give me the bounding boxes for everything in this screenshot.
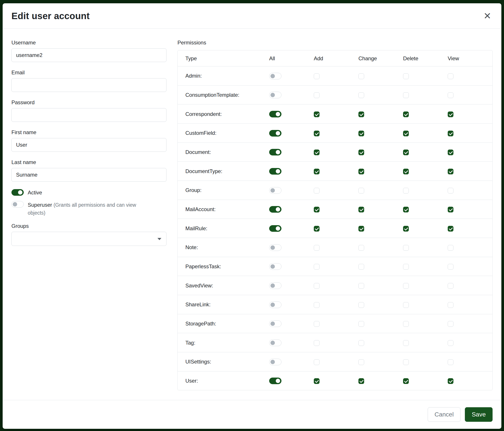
permission-all-toggle[interactable] — [269, 206, 281, 213]
permission-view-checkbox[interactable] — [448, 207, 453, 212]
active-toggle[interactable] — [11, 189, 24, 196]
permission-delete-checkbox[interactable] — [403, 111, 409, 117]
permission-all-toggle[interactable] — [269, 340, 281, 346]
permission-delete-checkbox[interactable] — [403, 302, 409, 308]
permission-add-checkbox[interactable] — [314, 283, 320, 289]
permission-change-checkbox[interactable] — [359, 245, 364, 251]
permission-change-checkbox[interactable] — [359, 340, 364, 346]
permission-view-checkbox[interactable] — [448, 340, 453, 346]
permission-delete-checkbox[interactable] — [403, 92, 409, 98]
cancel-button[interactable]: Cancel — [428, 407, 460, 422]
permission-view-checkbox[interactable] — [448, 321, 453, 327]
permission-all-toggle[interactable] — [269, 244, 281, 251]
permission-delete-checkbox[interactable] — [403, 359, 409, 365]
permission-all-toggle[interactable] — [269, 168, 281, 175]
permission-view-checkbox[interactable] — [448, 359, 453, 365]
permission-all-toggle[interactable] — [269, 130, 281, 136]
permission-view-checkbox[interactable] — [448, 131, 453, 136]
permission-change-checkbox[interactable] — [359, 378, 364, 384]
permission-add-checkbox[interactable] — [314, 226, 320, 232]
permission-add-checkbox[interactable] — [314, 73, 320, 79]
permission-add-checkbox[interactable] — [314, 302, 320, 308]
permission-change-checkbox[interactable] — [359, 92, 364, 98]
permission-delete-checkbox[interactable] — [403, 169, 409, 174]
permission-all-toggle[interactable] — [269, 263, 281, 270]
permission-change-checkbox[interactable] — [359, 283, 364, 289]
permission-delete-checkbox[interactable] — [403, 188, 409, 194]
permission-change-checkbox[interactable] — [359, 321, 364, 327]
permission-view-checkbox[interactable] — [448, 245, 453, 251]
permission-add-checkbox[interactable] — [314, 92, 320, 98]
permission-view-checkbox[interactable] — [448, 188, 453, 194]
permission-view-checkbox[interactable] — [448, 302, 453, 308]
email-input[interactable] — [11, 78, 166, 92]
username-input[interactable] — [11, 48, 166, 62]
permission-add-checkbox[interactable] — [314, 169, 320, 174]
permission-change-checkbox[interactable] — [359, 264, 364, 269]
permission-delete-checkbox[interactable] — [403, 73, 409, 79]
permission-change-checkbox[interactable] — [359, 207, 364, 212]
permission-add-checkbox[interactable] — [314, 111, 320, 117]
permission-add-checkbox[interactable] — [314, 150, 320, 155]
groups-select[interactable] — [11, 232, 166, 246]
permission-change-checkbox[interactable] — [359, 169, 364, 174]
permission-delete-checkbox[interactable] — [403, 226, 409, 232]
superuser-toggle[interactable] — [11, 201, 24, 207]
permission-all-toggle[interactable] — [269, 359, 281, 365]
password-input[interactable] — [11, 108, 166, 122]
permission-delete-checkbox[interactable] — [403, 245, 409, 251]
permission-delete-checkbox[interactable] — [403, 131, 409, 136]
close-button[interactable]: ✕ — [484, 11, 491, 21]
permission-row: MailAccount: — [178, 200, 492, 219]
user-form: Username Email Password First name Last … — [11, 40, 166, 395]
permission-add-checkbox[interactable] — [314, 245, 320, 251]
permission-all-toggle[interactable] — [269, 320, 281, 327]
permission-add-checkbox[interactable] — [314, 321, 320, 327]
permission-delete-checkbox[interactable] — [403, 207, 409, 212]
permission-view-checkbox[interactable] — [448, 264, 453, 269]
permission-change-checkbox[interactable] — [359, 188, 364, 194]
permission-change-checkbox[interactable] — [359, 131, 364, 136]
permission-view-checkbox[interactable] — [448, 378, 453, 384]
permission-view-checkbox[interactable] — [448, 150, 453, 155]
permission-add-checkbox[interactable] — [314, 264, 320, 269]
permission-add-checkbox[interactable] — [314, 207, 320, 212]
permission-change-checkbox[interactable] — [359, 302, 364, 308]
email-field-group: Email — [11, 70, 166, 92]
save-button[interactable]: Save — [465, 407, 493, 422]
permission-change-checkbox[interactable] — [359, 226, 364, 232]
permission-add-checkbox[interactable] — [314, 340, 320, 346]
last-name-input[interactable] — [11, 168, 166, 182]
permission-change-checkbox[interactable] — [359, 150, 364, 155]
permission-add-checkbox[interactable] — [314, 378, 320, 384]
permission-view-checkbox[interactable] — [448, 111, 453, 117]
permission-all-toggle[interactable] — [269, 187, 281, 194]
permission-delete-checkbox[interactable] — [403, 378, 409, 384]
permission-all-toggle[interactable] — [269, 282, 281, 289]
permission-all-toggle[interactable] — [269, 92, 281, 98]
permission-delete-checkbox[interactable] — [403, 264, 409, 269]
permission-delete-checkbox[interactable] — [403, 150, 409, 155]
permission-add-checkbox[interactable] — [314, 188, 320, 194]
permission-view-checkbox[interactable] — [448, 92, 453, 98]
permission-all-toggle[interactable] — [269, 301, 281, 308]
permission-change-checkbox[interactable] — [359, 73, 364, 79]
permission-all-toggle[interactable] — [269, 149, 281, 155]
permission-delete-checkbox[interactable] — [403, 340, 409, 346]
permission-delete-checkbox[interactable] — [403, 283, 409, 289]
permission-view-checkbox[interactable] — [448, 226, 453, 232]
permission-view-checkbox[interactable] — [448, 169, 453, 174]
permission-type-label: SavedView: — [178, 276, 269, 295]
permission-all-toggle[interactable] — [269, 111, 281, 117]
permission-change-checkbox[interactable] — [359, 359, 364, 365]
permission-view-checkbox[interactable] — [448, 73, 453, 79]
permission-add-checkbox[interactable] — [314, 359, 320, 365]
permission-view-checkbox[interactable] — [448, 283, 453, 289]
first-name-input[interactable] — [11, 138, 166, 152]
permission-all-toggle[interactable] — [269, 225, 281, 232]
permission-delete-checkbox[interactable] — [403, 321, 409, 327]
permission-all-toggle[interactable] — [269, 377, 281, 384]
permission-all-toggle[interactable] — [269, 73, 281, 79]
permission-change-checkbox[interactable] — [359, 111, 364, 117]
permission-add-checkbox[interactable] — [314, 131, 320, 136]
